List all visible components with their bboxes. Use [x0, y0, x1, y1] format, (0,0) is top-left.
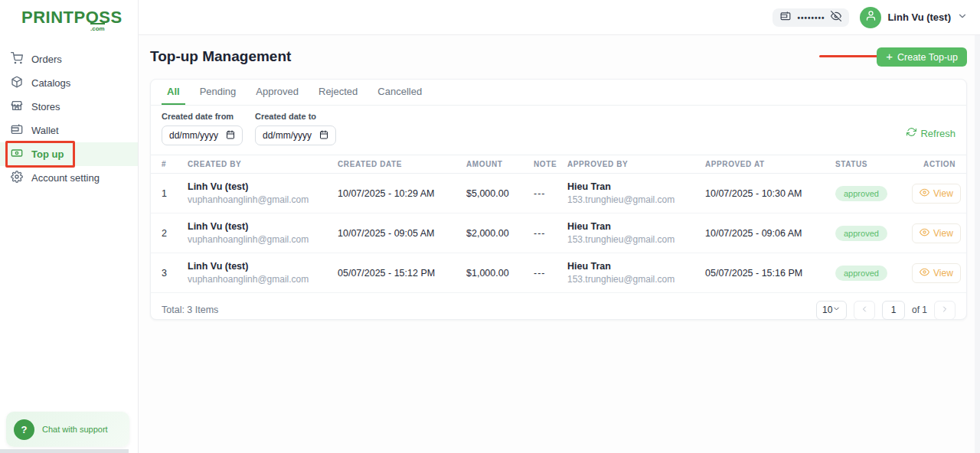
- action-cell: View: [912, 184, 961, 204]
- sidebar-item-label: Catalogs: [31, 77, 70, 89]
- approved-by-cell: Hieu Tran 153.trunghieu@gmail.com: [567, 221, 705, 245]
- table-footer: Total: 3 Items 10 of 1: [151, 293, 966, 327]
- sidebar-item-wallet[interactable]: Wallet: [0, 119, 138, 142]
- wallet-balance-pill[interactable]: ••••••••: [773, 8, 849, 27]
- status-cell: approved: [835, 226, 912, 241]
- filter-date-from: Created date from dd/mm/yyyy: [162, 112, 243, 145]
- create-top-up-button[interactable]: + Create Top-up: [877, 47, 967, 67]
- tab-approved[interactable]: Approved: [250, 80, 304, 105]
- created-by-email: vuphanhoanglinh@gmail.com: [188, 194, 338, 205]
- banknote-icon: [11, 147, 23, 161]
- view-button[interactable]: View: [912, 263, 961, 283]
- tab-cancelled[interactable]: Cancelled: [372, 80, 427, 105]
- created-date: 05/07/2025 - 15:12 PM: [338, 268, 466, 279]
- status-badge: approved: [835, 226, 887, 241]
- date-to-label: Created date to: [255, 112, 336, 121]
- chevron-down-icon: [832, 305, 841, 315]
- top-bar: •••••••• Linh Vu (test): [139, 0, 980, 35]
- scrollbar-track[interactable]: [975, 35, 980, 453]
- tab-all[interactable]: All: [162, 80, 185, 105]
- refresh-button[interactable]: Refresh: [906, 127, 956, 139]
- sidebar-item-catalogs[interactable]: Catalogs: [0, 71, 138, 95]
- chat-with-support-button[interactable]: ? Chat with support: [6, 412, 129, 447]
- approved-by-cell: Hieu Tran 153.trunghieu@gmail.com: [567, 181, 705, 205]
- user-menu[interactable]: Linh Vu (test): [860, 7, 968, 28]
- tab-pending[interactable]: Pending: [194, 80, 242, 105]
- view-label: View: [933, 228, 953, 239]
- created-by-name: Linh Vu (test): [188, 181, 338, 192]
- date-from-label: Created date from: [162, 112, 243, 121]
- app-root: PRINTPOSS .com Orders Catalogs Stores Wa…: [0, 0, 980, 453]
- created-by-cell: Linh Vu (test) vuphanhoanglinh@gmail.com: [188, 181, 338, 205]
- page-size-select[interactable]: 10: [816, 301, 847, 320]
- status-cell: approved: [835, 266, 912, 281]
- wallet-icon: [11, 123, 23, 138]
- amount: $1,000.00: [466, 268, 534, 279]
- date-to-input[interactable]: dd/mm/yyyy: [255, 125, 336, 145]
- store-icon: [11, 99, 23, 114]
- brand-logo[interactable]: PRINTPOSS .com: [0, 0, 138, 35]
- eye-off-icon[interactable]: [831, 11, 841, 24]
- bottom-strip: [0, 449, 129, 453]
- approved-by-cell: Hieu Tran 153.trunghieu@gmail.com: [567, 261, 705, 285]
- pagination: 10 of 1: [816, 301, 956, 320]
- created-by-email: vuphanhoanglinh@gmail.com: [188, 274, 338, 285]
- eye-icon: [920, 187, 929, 200]
- wallet-icon: [780, 11, 791, 24]
- user-icon: [865, 10, 877, 24]
- approved-at: 05/07/2025 - 15:16 PM: [705, 268, 835, 279]
- status-cell: approved: [835, 186, 912, 201]
- col-approved-at: APPROVED AT: [705, 160, 835, 168]
- view-button[interactable]: View: [912, 184, 961, 204]
- row-number: 2: [162, 228, 188, 239]
- col-approved-by: APPROVED BY: [567, 160, 705, 168]
- filter-date-to: Created date to dd/mm/yyyy: [255, 112, 336, 145]
- eye-icon: [920, 227, 929, 240]
- approved-by-email: 153.trunghieu@gmail.com: [567, 234, 705, 245]
- col-created-by: CREATED BY: [188, 160, 338, 168]
- approved-at: 10/07/2025 - 09:06 AM: [705, 228, 835, 239]
- question-icon: ?: [14, 419, 34, 440]
- calendar-icon[interactable]: [319, 130, 328, 142]
- approved-by-name: Hieu Tran: [567, 221, 705, 232]
- next-page-button[interactable]: [934, 301, 956, 320]
- approved-by-email: 153.trunghieu@gmail.com: [567, 194, 705, 205]
- total-items-label: Total: 3 Items: [162, 305, 218, 315]
- sidebar-item-account-setting[interactable]: Account setting: [0, 166, 138, 190]
- tab-rejected[interactable]: Rejected: [313, 80, 363, 105]
- row-number: 3: [162, 268, 188, 279]
- sidebar: PRINTPOSS .com Orders Catalogs Stores Wa…: [0, 0, 139, 453]
- view-button[interactable]: View: [912, 223, 961, 243]
- masked-balance: ••••••••: [797, 14, 825, 22]
- sidebar-item-stores[interactable]: Stores: [0, 95, 138, 119]
- created-by-cell: Linh Vu (test) vuphanhoanglinh@gmail.com: [188, 261, 338, 285]
- created-by-name: Linh Vu (test): [188, 261, 338, 272]
- col-action: ACTION: [912, 160, 956, 168]
- sidebar-item-orders[interactable]: Orders: [0, 47, 138, 71]
- package-icon: [11, 76, 23, 90]
- prev-page-button[interactable]: [854, 301, 875, 320]
- approved-by-email: 153.trunghieu@gmail.com: [567, 274, 705, 285]
- date-from-input[interactable]: dd/mm/yyyy: [162, 125, 243, 145]
- red-arrow-annotation: [819, 55, 880, 57]
- chevron-left-icon: [860, 305, 869, 316]
- approved-by-name: Hieu Tran: [567, 181, 705, 192]
- col-status: STATUS: [835, 160, 912, 168]
- gear-icon: [11, 171, 23, 185]
- date-to-value: dd/mm/yyyy: [263, 130, 312, 141]
- sidebar-item-label: Stores: [31, 101, 60, 112]
- col-amount: AMOUNT: [466, 160, 534, 168]
- sidebar-item-top-up[interactable]: Top up: [0, 142, 138, 166]
- view-label: View: [933, 188, 953, 199]
- eye-icon: [920, 267, 929, 279]
- top-up-table: # CREATED BY CREATED DATE AMOUNT NOTE AP…: [151, 155, 966, 293]
- chat-label: Chat with support: [42, 425, 108, 434]
- calendar-icon[interactable]: [226, 130, 235, 142]
- sidebar-item-label: Wallet: [31, 125, 59, 136]
- page-title: Top-up Management: [150, 48, 291, 65]
- page-number-input[interactable]: [882, 301, 905, 320]
- avatar: [860, 7, 881, 28]
- refresh-icon: [906, 127, 916, 139]
- table-header-row: # CREATED BY CREATED DATE AMOUNT NOTE AP…: [151, 155, 966, 174]
- created-date: 10/07/2025 - 09:05 AM: [338, 228, 466, 239]
